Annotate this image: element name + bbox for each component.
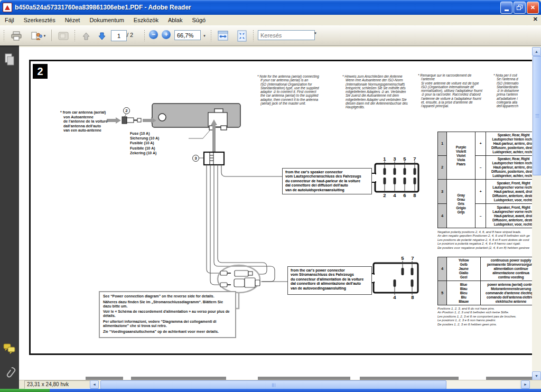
table-cell: Speaker, Front, Right Lautsprecher vorne… (486, 204, 533, 228)
pin-number: 2 (383, 192, 386, 198)
scroll-up-icon: ▲ (535, 50, 538, 53)
pdf-page: 2 * Note for the antenna (aerial) connec… (19, 47, 532, 380)
printer-icon (11, 31, 22, 41)
page-size-indicator: 23,31 x 24,80 hvk (24, 380, 94, 389)
menu-tools[interactable]: Eszközök (129, 15, 163, 25)
plus-icon: + (164, 31, 168, 39)
toolbar-grip[interactable] (3, 30, 5, 41)
restore-button[interactable] (514, 2, 526, 14)
horizontal-scroll-thumb[interactable] (100, 380, 446, 389)
table-cell: Speaker, Rear, Right Lautsprecher hinten… (486, 156, 533, 180)
adobe-reader-window: b450a524a57331760ea839861306ebe1.PDF - A… (0, 0, 541, 392)
table-cell: Speaker, Front, Right Lautsprecher vorne… (486, 180, 533, 204)
power-wire-table: 4 Yellow Gelb Jaune Giallo Geel continuo… (437, 257, 532, 305)
from-car-antenna-label: * from car antenna (aerial) von Autoante… (60, 110, 108, 133)
dropdown-arrow-icon: ▼ (314, 32, 317, 35)
pin-number: 4 (393, 192, 396, 198)
table-cell: + (475, 132, 486, 156)
table-cell: 5 (438, 281, 447, 305)
title-bar: b450a524a57331760ea839861306ebe1.PDF - A… (0, 0, 541, 15)
previous-page-button[interactable] (78, 28, 94, 44)
menu-help[interactable]: Súgó (187, 15, 210, 25)
toolbar: ▼ / 2 − + 66,7% ▼ (0, 25, 541, 46)
toolbar-separator (51, 30, 52, 41)
collaborate-icon (31, 31, 42, 41)
document-viewport[interactable]: 2 * Note for the antenna (aerial) connec… (19, 47, 532, 380)
menu-view[interactable]: Nézet (60, 15, 85, 25)
callout-3: 3 (192, 155, 199, 162)
toolbar-grip[interactable] (144, 30, 145, 41)
reverse-side-note-box: See “Power connection diagram” on the re… (99, 291, 236, 338)
scroll-left-button[interactable]: ◄ (90, 380, 99, 389)
pin-number: 1 (383, 156, 386, 162)
antenna-note-fr: * Remarque sur le raccordement de l'ante… (418, 73, 497, 108)
zoom-in-button[interactable]: + (162, 30, 171, 39)
toolbar-grip[interactable] (210, 30, 212, 41)
scroll-down-button[interactable]: ▼ (532, 371, 541, 380)
table-cell: Blue Blau Bleu Blu Blauw (447, 281, 481, 305)
pdf-app-icon (3, 3, 12, 12)
search-input[interactable] (258, 30, 315, 40)
pin-number: 5 (401, 255, 404, 261)
page-section-marker: 2 (33, 64, 48, 79)
fuse-label: Fuse (10 A) Sicherung (10 A) Fusible (10… (130, 131, 159, 155)
vertical-scroll-thumb[interactable] (533, 56, 541, 175)
close-button[interactable]: ✕ (527, 2, 539, 14)
fit-width-icon (217, 30, 229, 42)
toolbar-grip[interactable] (253, 30, 254, 41)
pages-panel-icon[interactable] (4, 53, 16, 67)
table-cell: Yellow Gelb Jaune Giallo Geel (447, 257, 481, 281)
disabled-doc-icon (58, 32, 69, 40)
reverse-note-fr: Voir le « Schéma de raccordement d'alime… (103, 310, 232, 318)
search-dropdown-button[interactable]: ▼ (313, 32, 317, 35)
fit-width-button[interactable] (214, 28, 231, 44)
speaker-table-footnote: Negative polarity positions 2, 4, 6, and… (437, 230, 532, 250)
arrow-down-icon (98, 32, 106, 40)
table-cell: continuous power supply permanente Strom… (481, 257, 533, 281)
table-cell: 2 (438, 156, 447, 180)
table-cell: – (475, 156, 486, 180)
dropdown-arrow-icon: ▼ (203, 34, 206, 38)
toolbar-grip[interactable] (74, 30, 76, 41)
page-count-label: / 2 (127, 32, 133, 38)
table-cell: 3 (438, 180, 447, 204)
minimize-button[interactable] (500, 2, 512, 14)
windows-taskbar[interactable] (0, 389, 541, 392)
restore-icon (517, 5, 523, 10)
start-button-edge[interactable] (0, 389, 50, 392)
close-toolbar-icon[interactable]: ✕ (533, 16, 538, 23)
zoom-out-button[interactable]: − (149, 30, 158, 39)
reverse-note-de: Näheres dazu finden Sie im „Stromanschlu… (103, 300, 232, 309)
zoom-level-combo[interactable]: 66,7% (174, 30, 201, 40)
speaker-wire-table: 1 Purple Violett Violet Viola Paars + Sp… (437, 132, 532, 228)
scroll-left-icon: ◄ (92, 382, 96, 386)
attachments-panel-icon[interactable] (4, 367, 16, 380)
next-page-button[interactable] (94, 28, 110, 44)
menu-file[interactable]: Fájl (0, 15, 19, 25)
power-connector-label: from the car's power connector vom Strom… (288, 267, 371, 292)
navigation-sidebar (0, 45, 19, 390)
comments-panel-icon[interactable] (3, 343, 16, 354)
scroll-up-button[interactable]: ▲ (532, 47, 541, 56)
pin-number: 4 (393, 294, 396, 300)
zoom-dropdown-button[interactable]: ▼ (200, 30, 208, 41)
page-number-input[interactable] (111, 30, 127, 41)
menu-document[interactable]: Dokumentum (85, 15, 128, 25)
scroll-right-button[interactable]: ► (521, 380, 530, 389)
scroll-right-icon: ► (524, 382, 527, 386)
table-cell: power antenna (aerial) control Motorante… (481, 281, 533, 305)
menu-edit[interactable]: Szerkesztés (19, 15, 60, 25)
antenna-note-it: * Nota per il coll Se l'antenna d ISO (I… (493, 73, 532, 108)
table-cell: + (475, 180, 486, 204)
pin-number: 7 (411, 255, 414, 261)
pin-number: 5 (403, 156, 406, 162)
pin-number: 8 (411, 294, 414, 300)
share-button[interactable]: ▼ (27, 28, 50, 44)
menu-window[interactable]: Ablak (163, 15, 188, 25)
table-cell: Gray Grau Gris Grigio Grijs (447, 180, 475, 228)
fit-page-button[interactable] (234, 28, 250, 44)
minus-icon: − (152, 31, 155, 39)
pin-number: 8 (413, 192, 416, 198)
table-cell: – (475, 204, 486, 228)
print-button[interactable] (7, 28, 25, 44)
